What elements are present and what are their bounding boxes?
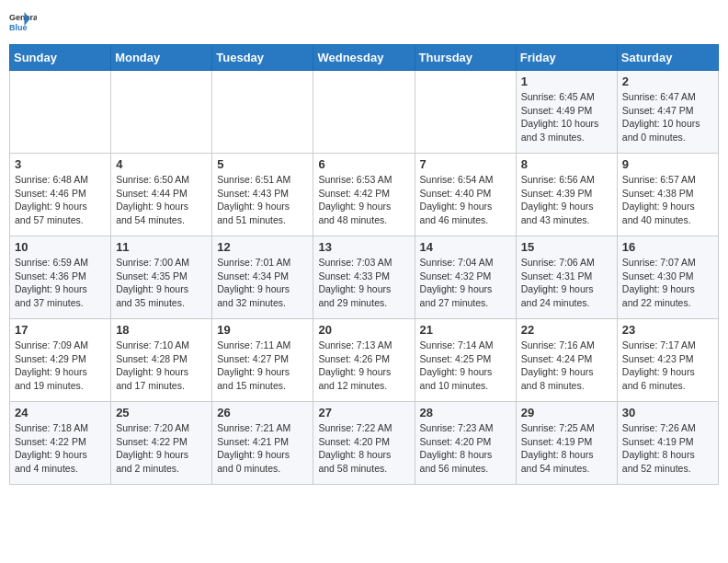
day-detail: Sunrise: 7:17 AMSunset: 4:23 PMDaylight:… — [622, 339, 713, 393]
calendar-day-cell: 10 Sunrise: 6:59 AMSunset: 4:36 PMDaylig… — [10, 236, 111, 319]
day-detail: Sunrise: 6:57 AMSunset: 4:38 PMDaylight:… — [622, 173, 713, 227]
calendar-week-row: 17 Sunrise: 7:09 AMSunset: 4:29 PMDaylig… — [10, 319, 719, 402]
day-detail: Sunrise: 7:06 AMSunset: 4:31 PMDaylight:… — [521, 256, 612, 310]
calendar-day-cell: 17 Sunrise: 7:09 AMSunset: 4:29 PMDaylig… — [10, 319, 111, 402]
calendar-day-cell: 12 Sunrise: 7:01 AMSunset: 4:34 PMDaylig… — [212, 236, 313, 319]
day-of-week-header: Wednesday — [313, 45, 415, 71]
calendar-day-cell: 24 Sunrise: 7:18 AMSunset: 4:22 PMDaylig… — [10, 402, 111, 485]
day-detail: Sunrise: 7:22 AMSunset: 4:20 PMDaylight:… — [318, 421, 409, 476]
calendar-day-cell — [313, 71, 415, 154]
calendar-day-cell: 7 Sunrise: 6:54 AMSunset: 4:40 PMDayligh… — [415, 154, 516, 236]
calendar-week-row: 24 Sunrise: 7:18 AMSunset: 4:22 PMDaylig… — [10, 402, 719, 485]
day-of-week-header: Tuesday — [212, 45, 313, 71]
calendar-day-cell: 8 Sunrise: 6:56 AMSunset: 4:39 PMDayligh… — [516, 154, 617, 236]
calendar-day-cell: 9 Sunrise: 6:57 AMSunset: 4:38 PMDayligh… — [617, 154, 718, 236]
day-detail: Sunrise: 7:04 AMSunset: 4:32 PMDaylight:… — [420, 256, 511, 310]
day-number: 3 — [15, 157, 106, 171]
day-number: 7 — [420, 157, 511, 171]
day-detail: Sunrise: 7:23 AMSunset: 4:20 PMDaylight:… — [420, 421, 511, 476]
calendar-day-cell: 27 Sunrise: 7:22 AMSunset: 4:20 PMDaylig… — [313, 402, 415, 485]
calendar-day-cell: 22 Sunrise: 7:16 AMSunset: 4:24 PMDaylig… — [516, 319, 617, 402]
day-number: 22 — [521, 323, 612, 337]
calendar-day-cell: 21 Sunrise: 7:14 AMSunset: 4:25 PMDaylig… — [415, 319, 516, 402]
day-detail: Sunrise: 6:45 AMSunset: 4:49 PMDaylight:… — [521, 90, 612, 144]
day-detail: Sunrise: 7:14 AMSunset: 4:25 PMDaylight:… — [420, 339, 511, 393]
day-number: 23 — [622, 323, 713, 337]
calendar-day-cell — [415, 71, 516, 154]
calendar-day-cell: 29 Sunrise: 7:25 AMSunset: 4:19 PMDaylig… — [516, 402, 617, 485]
calendar-day-cell: 25 Sunrise: 7:20 AMSunset: 4:22 PMDaylig… — [111, 402, 212, 485]
calendar-day-cell — [10, 71, 111, 154]
day-detail: Sunrise: 7:03 AMSunset: 4:33 PMDaylight:… — [318, 256, 409, 310]
calendar-day-cell: 16 Sunrise: 7:07 AMSunset: 4:30 PMDaylig… — [617, 236, 718, 319]
day-number: 30 — [622, 406, 713, 419]
calendar-table: SundayMondayTuesdayWednesdayThursdayFrid… — [9, 44, 719, 485]
day-of-week-header: Thursday — [415, 45, 516, 71]
day-number: 13 — [318, 240, 409, 254]
day-detail: Sunrise: 7:16 AMSunset: 4:24 PMDaylight:… — [521, 339, 612, 393]
calendar-day-cell: 11 Sunrise: 7:00 AMSunset: 4:35 PMDaylig… — [111, 236, 212, 319]
day-detail: Sunrise: 7:20 AMSunset: 4:22 PMDaylight:… — [116, 421, 207, 476]
day-of-week-header: Friday — [516, 45, 617, 71]
calendar-day-cell: 20 Sunrise: 7:13 AMSunset: 4:26 PMDaylig… — [313, 319, 415, 402]
calendar-day-cell — [212, 71, 313, 154]
day-detail: Sunrise: 7:09 AMSunset: 4:29 PMDaylight:… — [15, 339, 106, 393]
day-detail: Sunrise: 6:56 AMSunset: 4:39 PMDaylight:… — [521, 173, 612, 227]
day-detail: Sunrise: 7:25 AMSunset: 4:19 PMDaylight:… — [521, 421, 612, 476]
day-number: 19 — [217, 323, 308, 337]
day-detail: Sunrise: 7:26 AMSunset: 4:19 PMDaylight:… — [622, 421, 713, 476]
day-number: 11 — [116, 240, 207, 254]
day-number: 10 — [15, 240, 106, 254]
calendar-day-cell: 23 Sunrise: 7:17 AMSunset: 4:23 PMDaylig… — [617, 319, 718, 402]
calendar-week-row: 3 Sunrise: 6:48 AMSunset: 4:46 PMDayligh… — [10, 154, 719, 236]
day-number: 16 — [622, 240, 713, 254]
calendar-day-cell: 26 Sunrise: 7:21 AMSunset: 4:21 PMDaylig… — [212, 402, 313, 485]
day-number: 18 — [116, 323, 207, 337]
day-number: 14 — [420, 240, 511, 254]
calendar-day-cell: 19 Sunrise: 7:11 AMSunset: 4:27 PMDaylig… — [212, 319, 313, 402]
day-number: 1 — [521, 75, 612, 88]
day-detail: Sunrise: 6:54 AMSunset: 4:40 PMDaylight:… — [420, 173, 511, 227]
day-number: 4 — [116, 157, 207, 171]
day-number: 8 — [521, 157, 612, 171]
day-detail: Sunrise: 7:18 AMSunset: 4:22 PMDaylight:… — [15, 421, 106, 476]
day-number: 29 — [521, 406, 612, 419]
day-number: 17 — [15, 323, 106, 337]
calendar-week-row: 10 Sunrise: 6:59 AMSunset: 4:36 PMDaylig… — [10, 236, 719, 319]
day-number: 9 — [622, 157, 713, 171]
day-number: 6 — [318, 157, 409, 171]
day-number: 15 — [521, 240, 612, 254]
calendar-day-cell: 14 Sunrise: 7:04 AMSunset: 4:32 PMDaylig… — [415, 236, 516, 319]
day-detail: Sunrise: 6:50 AMSunset: 4:44 PMDaylight:… — [116, 173, 207, 227]
page-header: GeneralBlue — [9, 9, 719, 37]
calendar-day-cell: 6 Sunrise: 6:53 AMSunset: 4:42 PMDayligh… — [313, 154, 415, 236]
day-number: 5 — [217, 157, 308, 171]
calendar-day-cell: 5 Sunrise: 6:51 AMSunset: 4:43 PMDayligh… — [212, 154, 313, 236]
day-detail: Sunrise: 6:47 AMSunset: 4:47 PMDaylight:… — [622, 90, 713, 144]
day-detail: Sunrise: 7:07 AMSunset: 4:30 PMDaylight:… — [622, 256, 713, 310]
day-detail: Sunrise: 6:59 AMSunset: 4:36 PMDaylight:… — [15, 256, 106, 310]
calendar-day-cell: 1 Sunrise: 6:45 AMSunset: 4:49 PMDayligh… — [516, 71, 617, 154]
day-number: 28 — [420, 406, 511, 419]
day-detail: Sunrise: 7:11 AMSunset: 4:27 PMDaylight:… — [217, 339, 308, 393]
day-number: 21 — [420, 323, 511, 337]
day-number: 27 — [318, 406, 409, 419]
day-detail: Sunrise: 7:13 AMSunset: 4:26 PMDaylight:… — [318, 339, 409, 393]
day-number: 26 — [217, 406, 308, 419]
day-of-week-header: Sunday — [10, 45, 111, 71]
day-number: 12 — [217, 240, 308, 254]
day-detail: Sunrise: 7:21 AMSunset: 4:21 PMDaylight:… — [217, 421, 308, 476]
day-detail: Sunrise: 7:10 AMSunset: 4:28 PMDaylight:… — [116, 339, 207, 393]
calendar-day-cell: 4 Sunrise: 6:50 AMSunset: 4:44 PMDayligh… — [111, 154, 212, 236]
day-number: 25 — [116, 406, 207, 419]
day-number: 24 — [15, 406, 106, 419]
calendar-day-cell: 30 Sunrise: 7:26 AMSunset: 4:19 PMDaylig… — [617, 402, 718, 485]
day-of-week-header: Monday — [111, 45, 212, 71]
calendar-day-cell: 13 Sunrise: 7:03 AMSunset: 4:33 PMDaylig… — [313, 236, 415, 319]
day-of-week-header: Saturday — [617, 45, 718, 71]
calendar-day-cell — [111, 71, 212, 154]
day-detail: Sunrise: 6:48 AMSunset: 4:46 PMDaylight:… — [15, 173, 106, 227]
calendar-day-cell: 15 Sunrise: 7:06 AMSunset: 4:31 PMDaylig… — [516, 236, 617, 319]
day-detail: Sunrise: 6:53 AMSunset: 4:42 PMDaylight:… — [318, 173, 409, 227]
day-detail: Sunrise: 7:01 AMSunset: 4:34 PMDaylight:… — [217, 256, 308, 310]
